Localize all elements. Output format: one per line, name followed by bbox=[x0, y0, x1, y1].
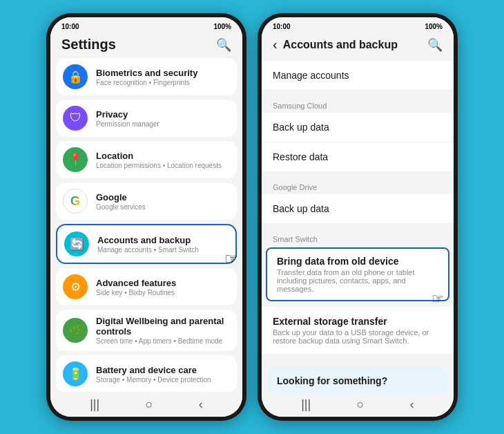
looking-title: Looking for something? bbox=[277, 375, 438, 386]
settings-item-google[interactable]: G Google Google services bbox=[56, 182, 237, 220]
location-sub: Location permissions • Location requests bbox=[96, 162, 230, 169]
accounts-title: Accounts and backup bbox=[97, 235, 229, 245]
smart-switch-label: Smart Switch bbox=[262, 229, 454, 246]
location-title: Location bbox=[96, 151, 230, 161]
settings-item-biometrics[interactable]: 🔒 Biometrics and security Face recogniti… bbox=[56, 58, 237, 95]
left-header: Settings 🔍 bbox=[50, 32, 242, 58]
advanced-title: Advanced features bbox=[96, 278, 230, 288]
privacy-sub: Permission manager bbox=[96, 120, 230, 128]
menu-item-manage-accounts[interactable]: Manage accounts bbox=[262, 61, 454, 91]
menu-item-restore[interactable]: Restore data bbox=[262, 142, 454, 172]
right-search-icon[interactable]: 🔍 bbox=[427, 37, 443, 53]
left-bottom-nav: ||| ○ ‹ bbox=[50, 392, 242, 417]
looking-section: Looking for something? Reset Samsung Clo… bbox=[267, 367, 448, 392]
battery-title: Battery and device care bbox=[96, 365, 230, 375]
manage-accounts-label: Manage accounts bbox=[273, 70, 349, 81]
advanced-sub: Side key • Bixby Routines bbox=[96, 289, 230, 296]
nav-recent[interactable]: ||| bbox=[90, 397, 99, 412]
menu-item-bring-data[interactable]: Bring data from old device Transfer data… bbox=[266, 247, 449, 301]
settings-item-accounts[interactable]: 🔄 Accounts and backup Manage accounts • … bbox=[56, 224, 237, 264]
google-title: Google bbox=[96, 192, 230, 202]
left-phone-screen: 10:00 100% Settings 🔍 🔒 Biometrics and s… bbox=[50, 17, 242, 417]
right-time: 10:00 bbox=[273, 23, 291, 30]
back-icon[interactable]: ‹ bbox=[273, 37, 278, 53]
right-battery: 100% bbox=[425, 23, 443, 30]
backup-label-2: Back up data bbox=[273, 203, 329, 214]
divider-4 bbox=[262, 355, 454, 361]
settings-item-location[interactable]: 📍 Location Location permissions • Locati… bbox=[56, 141, 237, 178]
right-nav-recent[interactable]: ||| bbox=[301, 397, 311, 412]
accounts-backup-title: Accounts and backup bbox=[283, 39, 398, 51]
divider-2 bbox=[262, 172, 454, 178]
right-nav-back[interactable]: ‹ bbox=[410, 397, 414, 412]
right-nav-home[interactable]: ○ bbox=[357, 397, 365, 412]
settings-item-wellbeing[interactable]: 🌿 Digital Wellbeing and parental control… bbox=[56, 310, 237, 351]
right-status-bar: 10:00 100% bbox=[262, 17, 454, 32]
battery-icon: 🔋 bbox=[63, 361, 88, 386]
advanced-icon: ⚙ bbox=[63, 274, 88, 299]
backup-label-1: Back up data bbox=[273, 122, 329, 133]
external-storage-title: External storage transfer bbox=[273, 316, 443, 327]
left-battery: 100% bbox=[213, 23, 231, 30]
right-bottom-nav: ||| ○ ‹ bbox=[262, 392, 454, 417]
settings-item-battery[interactable]: 🔋 Battery and device care Storage • Memo… bbox=[56, 355, 237, 392]
menu-item-backup-1[interactable]: Back up data bbox=[262, 113, 454, 142]
nav-home[interactable]: ○ bbox=[146, 397, 153, 412]
wellbeing-title: Digital Wellbeing and parental controls bbox=[96, 316, 230, 337]
nav-back[interactable]: ‹ bbox=[199, 397, 203, 412]
settings-item-advanced[interactable]: ⚙ Advanced features Side key • Bixby Rou… bbox=[56, 268, 237, 305]
menu-item-external-storage[interactable]: External storage transfer Back up your d… bbox=[262, 307, 454, 355]
privacy-title: Privacy bbox=[96, 109, 230, 120]
divider-3 bbox=[262, 224, 454, 229]
right-phone-screen: 10:00 100% ‹ Accounts and backup 🔍 Manag… bbox=[262, 17, 454, 417]
location-icon: 📍 bbox=[63, 147, 88, 172]
google-drive-label: Google Drive bbox=[262, 178, 454, 194]
samsung-cloud-label: Samsung Cloud bbox=[262, 96, 454, 113]
settings-list: 🔒 Biometrics and security Face recogniti… bbox=[50, 58, 242, 392]
cursor-icon: ☞ bbox=[224, 250, 238, 268]
settings-title: Settings bbox=[61, 37, 116, 53]
biometrics-icon: 🔒 bbox=[63, 64, 88, 89]
right-header: ‹ Accounts and backup 🔍 bbox=[262, 32, 454, 58]
bring-data-title: Bring data from old device bbox=[277, 256, 438, 267]
biometrics-sub: Face recognition • Fingerprints bbox=[96, 79, 230, 86]
left-phone: 10:00 100% Settings 🔍 🔒 Biometrics and s… bbox=[46, 13, 246, 421]
restore-label: Restore data bbox=[273, 151, 328, 162]
divider-1 bbox=[262, 91, 454, 96]
right-menu-list: Manage accounts Samsung Cloud Back up da… bbox=[262, 58, 454, 392]
external-storage-sub: Back up your data to a USB storage devic… bbox=[273, 328, 443, 345]
right-phone: 10:00 100% ‹ Accounts and backup 🔍 Manag… bbox=[258, 13, 458, 421]
settings-item-privacy[interactable]: 🛡 Privacy Permission manager bbox=[56, 100, 237, 137]
wellbeing-sub: Screen time • App timers • Bedtime mode bbox=[96, 337, 230, 345]
bring-data-sub: Transfer data from an old phone or table… bbox=[277, 268, 438, 293]
accounts-icon: 🔄 bbox=[64, 232, 89, 256]
accounts-sub: Manage accounts • Smart Switch bbox=[97, 246, 229, 254]
privacy-icon: 🛡 bbox=[63, 106, 88, 131]
wellbeing-icon: 🌿 bbox=[63, 318, 88, 343]
menu-item-backup-2[interactable]: Back up data bbox=[262, 194, 454, 224]
battery-sub: Storage • Memory • Device protection bbox=[96, 376, 230, 384]
google-icon: G bbox=[63, 189, 88, 214]
biometrics-title: Biometrics and security bbox=[96, 68, 230, 78]
bring-data-cursor-icon: ☞ bbox=[432, 290, 444, 307]
left-status-bar: 10:00 100% bbox=[50, 17, 242, 32]
search-icon[interactable]: 🔍 bbox=[216, 37, 231, 53]
google-sub: Google services bbox=[96, 203, 230, 211]
left-time: 10:00 bbox=[61, 23, 79, 30]
